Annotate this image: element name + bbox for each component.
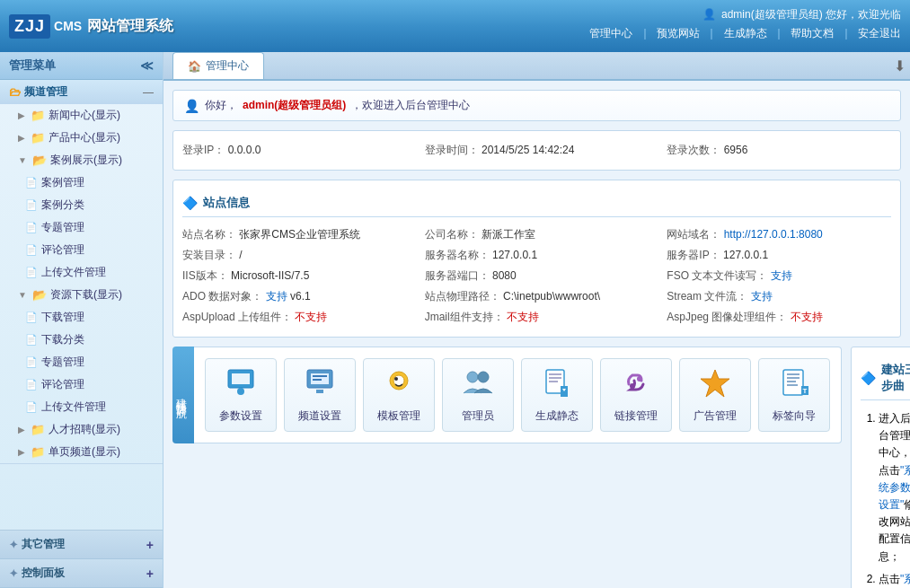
- quick-nav-admin[interactable]: 管理员: [442, 358, 514, 432]
- sidebar-item-news[interactable]: ▶ 📁 新闻中心(显示): [0, 104, 163, 127]
- plus-icon-other[interactable]: +: [146, 538, 154, 552]
- site-info-row-1: 站点名称： 张家界CMS企业管理系统 公司名称： 新派工作室 网站域名： htt…: [182, 224, 891, 245]
- ado-link[interactable]: 支持: [266, 290, 287, 303]
- generate-icon: [541, 366, 573, 405]
- fso-link[interactable]: 支持: [771, 269, 792, 282]
- sidebar-collapse-btn[interactable]: ≪: [140, 58, 154, 73]
- tag-icon: T: [778, 366, 810, 405]
- sidebar-item-recruit[interactable]: ▶ 📁 人才招聘(显示): [0, 418, 163, 441]
- svg-point-11: [394, 377, 398, 381]
- server-ip-item: 服务器IP： 127.0.0.1: [667, 248, 891, 263]
- sidebar-item-dl-cat[interactable]: 📄 下载分类: [0, 329, 163, 351]
- aspjpeg-value: 不支持: [791, 311, 823, 323]
- quick-nav-generate[interactable]: 生成静态: [521, 358, 593, 432]
- physical-path-item: 站点物理路径： C:\inetpub\wwwroot\: [425, 289, 649, 304]
- channel-section-header[interactable]: 🗁 频道管理 —: [0, 80, 163, 104]
- domain-link[interactable]: http://127.0.0.1:8080: [724, 228, 823, 241]
- quick-nav-tag[interactable]: T 标签向导: [758, 358, 830, 432]
- sidebar-item-single-label: 单页频道(显示): [49, 444, 120, 460]
- tab-admin-center-label: 管理中心: [206, 58, 249, 74]
- sidebar-item-product[interactable]: ▶ 📁 产品中心(显示): [0, 127, 163, 149]
- login-info-grid: 登录IP： 0.0.0.0 登录时间： 2014/5/25 14:42:24 登…: [172, 130, 901, 171]
- svg-rect-25: [787, 384, 798, 386]
- login-count-value: 6956: [724, 144, 748, 156]
- site-info-icon: 🔷: [182, 196, 198, 210]
- nav-help[interactable]: 帮助文档: [791, 27, 834, 39]
- tab-home-icon: 🏠: [188, 60, 201, 73]
- quick-nav-grid: 参数设置 频道设置: [194, 347, 842, 443]
- sidebar-item-dl-topic-label: 专题管理: [41, 355, 84, 370]
- svg-rect-22: [787, 373, 800, 375]
- tree-toggle-single: ▶: [18, 447, 25, 457]
- svg-point-19: [630, 383, 635, 389]
- site-info-row-2: 安装目录： / 服务器名称： 127.0.0.1 服务器IP： 127.0.0.…: [182, 245, 891, 266]
- sidebar-item-dl-upload[interactable]: 📄 上传文件管理: [0, 396, 163, 418]
- logo-cms: CMS: [54, 19, 82, 33]
- ado-item: ADO 数据对象： 支持 v6.1: [182, 289, 407, 304]
- folder-icon: 🗁: [9, 85, 21, 99]
- sidebar-item-dl-topic[interactable]: 📄 专题管理: [0, 351, 163, 373]
- item-icon-case-mgr: 📄: [25, 177, 38, 189]
- site-info-section-header: 🔷 站点信息: [182, 189, 891, 217]
- quick-nav-ad[interactable]: 广告管理: [679, 358, 751, 432]
- header-right: 👤 admin(超级管理员组) 您好，欢迎光临 管理中心 ｜ 预览网站 ｜ 生成…: [589, 0, 901, 41]
- iis-version-item: IIS版本： Microsoft-IIS/7.5: [182, 268, 407, 284]
- sidebar-item-case-upload[interactable]: 📄 上传文件管理: [0, 261, 163, 284]
- sidebar-item-case-topic[interactable]: 📄 专题管理: [0, 216, 163, 239]
- sidebar-item-case-mgr[interactable]: 📄 案例管理: [0, 171, 163, 194]
- quick-nav-params[interactable]: 参数设置: [205, 358, 277, 432]
- sidebar-footer-other[interactable]: ✦ 其它管理 +: [0, 531, 163, 559]
- sidebar-item-resource[interactable]: ▼ 📂 资源下载(显示): [0, 284, 163, 306]
- svg-point-18: [637, 376, 642, 382]
- tree-toggle-cases: ▼: [18, 155, 27, 165]
- login-count-label: 登录次数：: [667, 144, 720, 156]
- right-panels: 🔷 建站三步曲 进入后台管理中心，点击"系统参数设置"修改网站配置信息； 点击"…: [851, 347, 910, 588]
- sidebar-item-resource-label: 资源下载(显示): [50, 287, 122, 303]
- sidebar-item-dl-mgr[interactable]: 📄 下载管理: [0, 306, 163, 329]
- sidebar-item-single[interactable]: ▶ 📁 单页频道(显示): [0, 441, 163, 463]
- channel-collapse-icon[interactable]: —: [143, 86, 154, 99]
- admin-icon: [462, 366, 494, 405]
- build-step-1: 进入后台管理中心，点击"系统参数设置"修改网站配置信息；: [879, 408, 910, 568]
- welcome-username: admin(超级管理员组): [243, 98, 346, 113]
- folder-icon-product: 📁: [31, 131, 45, 145]
- welcome-text2: ，欢迎进入后台管理中心: [351, 98, 470, 113]
- svg-rect-15: [549, 373, 561, 375]
- quick-nav-channel[interactable]: 频道设置: [284, 358, 356, 432]
- nav-admin-center[interactable]: 管理中心: [589, 27, 632, 39]
- welcome-text1: 你好，: [205, 98, 237, 113]
- tab-expand-btn[interactable]: ⬇: [894, 57, 906, 75]
- sidebar-item-case-cat[interactable]: 📄 案例分类: [0, 194, 163, 216]
- quick-nav-link[interactable]: 链接管理: [600, 358, 672, 432]
- nav-generate[interactable]: 生成静态: [724, 27, 767, 39]
- sidebar-item-dl-comment[interactable]: 📄 评论管理: [0, 373, 163, 396]
- sidebar-item-case-cat-label: 案例分类: [41, 197, 84, 213]
- build-steps-header: 🔷 建站三步曲: [861, 356, 910, 400]
- sidebar-item-cases[interactable]: ▼ 📂 案例展示(显示): [0, 149, 163, 171]
- build-steps-list: 进入后台管理中心，点击"系统参数设置"修改网站配置信息； 点击"系统频道设置"建…: [861, 408, 910, 588]
- build-step-1-link[interactable]: "系统参数设置": [879, 464, 910, 511]
- sidebar-footer-control[interactable]: ✦ 控制面板 +: [0, 559, 163, 588]
- site-info-row-4: ADO 数据对象： 支持 v6.1 站点物理路径： C:\inetpub\www…: [182, 286, 891, 307]
- sidebar: 管理菜单 ≪ 🗁 频道管理 — ▶ 📁 新闻中心(显示) ▶ 📁 产品中心(显示…: [0, 52, 163, 588]
- svg-rect-8: [316, 390, 323, 393]
- quick-nav-template[interactable]: 模板管理: [363, 358, 435, 432]
- sidebar-item-case-topic-label: 专题管理: [41, 220, 84, 235]
- sidebar-item-cases-label: 案例展示(显示): [50, 153, 122, 168]
- svg-rect-6: [313, 375, 327, 377]
- nav-preview[interactable]: 预览网站: [657, 27, 700, 39]
- sidebar-item-case-comment[interactable]: 📄 评论管理: [0, 239, 163, 261]
- nav-logout[interactable]: 安全退出: [858, 27, 901, 39]
- nav-sep-1: ｜: [640, 27, 650, 39]
- build-steps-icon: 🔷: [861, 371, 876, 385]
- login-ip-item: 登录IP： 0.0.0.0: [182, 143, 407, 158]
- login-time-item: 登录时间： 2014/5/25 14:42:24: [425, 143, 649, 158]
- tab-admin-center[interactable]: 🏠 管理中心: [172, 52, 264, 79]
- stream-link[interactable]: 支持: [751, 290, 773, 303]
- plus-icon-control[interactable]: +: [146, 566, 154, 581]
- login-ip-label: 登录IP：: [182, 144, 225, 156]
- quick-nav-row: 建站快捷导航 参数设置: [172, 347, 842, 443]
- build-step-2-link[interactable]: "系统频道设置": [879, 573, 910, 588]
- ad-icon: [699, 366, 731, 405]
- sidebar-item-case-upload-label: 上传文件管理: [41, 265, 106, 280]
